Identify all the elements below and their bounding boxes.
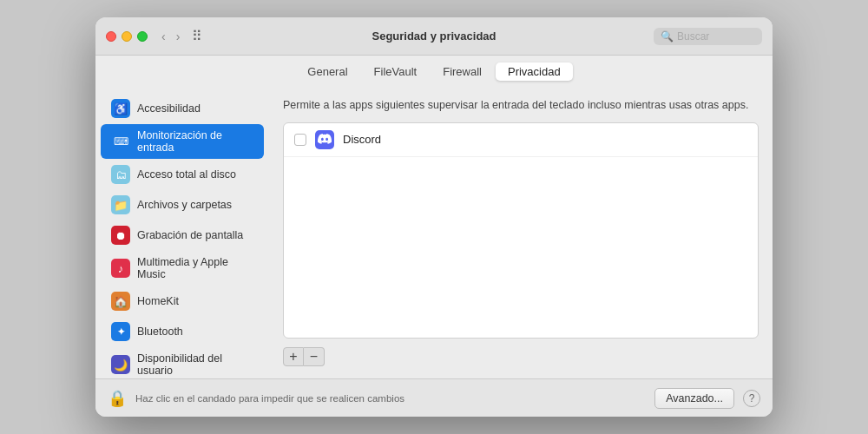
bluetooth-label: Bluetooth [137,326,183,338]
sidebar-item-archivos[interactable]: 📁 Archivos y carpetas [101,190,264,220]
discord-name: Discord [343,133,381,146]
bluetooth-icon: ✦ [111,322,130,341]
footer-text: Haz clic en el candado para impedir que … [135,393,646,404]
accesibilidad-icon: ♿ [111,99,130,118]
sidebar-item-disponibilidad[interactable]: 🌙 Disponibilidad del usuario [101,347,264,378]
footer: 🔒 Haz clic en el candado para impedir qu… [95,378,773,417]
monitorizacion-label: Monitorización de entrada [137,129,253,154]
forward-button[interactable]: › [173,28,184,45]
description-text: Permite a las apps siguientes supervisar… [283,98,759,114]
acceso-total-label: Acceso total al disco [137,168,236,181]
main-panel: Permite a las apps siguientes supervisar… [269,86,773,378]
multimedia-label: Multimedia y Apple Music [137,256,253,280]
help-button[interactable]: ? [743,390,760,407]
tab-privacidad[interactable]: Privacidad [496,62,573,81]
back-button[interactable]: ‹ [158,28,169,45]
sidebar-item-homekit[interactable]: 🏠 HomeKit [101,286,264,316]
sidebar-item-accesibilidad[interactable]: ♿ Accesibilidad [101,94,264,123]
search-icon: 🔍 [661,30,674,43]
lock-icon: 🔒 [108,389,127,408]
discord-icon [315,130,334,149]
traffic-lights [106,31,148,42]
sidebar-item-grabacion[interactable]: ⏺ Grabación de pantalla [101,220,264,250]
homekit-label: HomeKit [137,295,179,307]
search-input[interactable] [677,30,755,43]
apps-list: Discord [283,122,759,339]
tab-firewall[interactable]: Firewall [431,62,494,81]
avanzado-button[interactable]: Avanzado... [654,388,734,409]
sidebar: ♿ Accesibilidad ⌨ Monitorización de entr… [95,86,269,378]
disponibilidad-icon: 🌙 [111,355,130,374]
accesibilidad-label: Accesibilidad [137,102,201,115]
archivos-icon: 📁 [111,195,130,214]
homekit-icon: 🏠 [111,292,130,311]
app-item-discord[interactable]: Discord [284,123,758,157]
sidebar-item-acceso-total[interactable]: 🗂 Acceso total al disco [101,160,264,189]
nav-buttons: ‹ › [158,28,183,45]
sidebar-item-bluetooth[interactable]: ✦ Bluetooth [101,317,264,346]
close-button[interactable] [106,31,116,42]
grabacion-icon: ⏺ [111,226,130,245]
tabs-bar: General FileVault Firewall Privacidad [95,56,773,86]
monitorizacion-icon: ⌨ [111,132,130,151]
remove-app-button[interactable]: − [304,347,325,366]
sidebar-item-multimedia[interactable]: ♪ Multimedia y Apple Music [101,251,264,286]
sidebar-item-monitorizacion[interactable]: ⌨ Monitorización de entrada [101,124,264,159]
main-window: ‹ › ⠿ Seguridad y privacidad 🔍 General F… [95,17,773,417]
content-area: ♿ Accesibilidad ⌨ Monitorización de entr… [95,86,773,378]
window-title: Seguridad y privacidad [372,30,496,43]
grid-icon: ⠿ [192,28,202,44]
maximize-button[interactable] [137,31,148,42]
grabacion-label: Grabación de pantalla [137,229,243,241]
disponibilidad-label: Disponibilidad del usuario [137,352,253,377]
list-controls: + − [283,347,759,366]
discord-checkbox[interactable] [294,134,306,146]
archivos-label: Archivos y carpetas [137,199,232,211]
minimize-button[interactable] [122,31,132,42]
tab-general[interactable]: General [295,62,359,81]
search-box[interactable]: 🔍 [654,28,762,45]
tab-filevault[interactable]: FileVault [362,62,430,81]
multimedia-icon: ♪ [111,259,130,278]
acceso-total-icon: 🗂 [111,165,130,184]
add-app-button[interactable]: + [283,347,304,366]
titlebar: ‹ › ⠿ Seguridad y privacidad 🔍 [95,17,773,56]
